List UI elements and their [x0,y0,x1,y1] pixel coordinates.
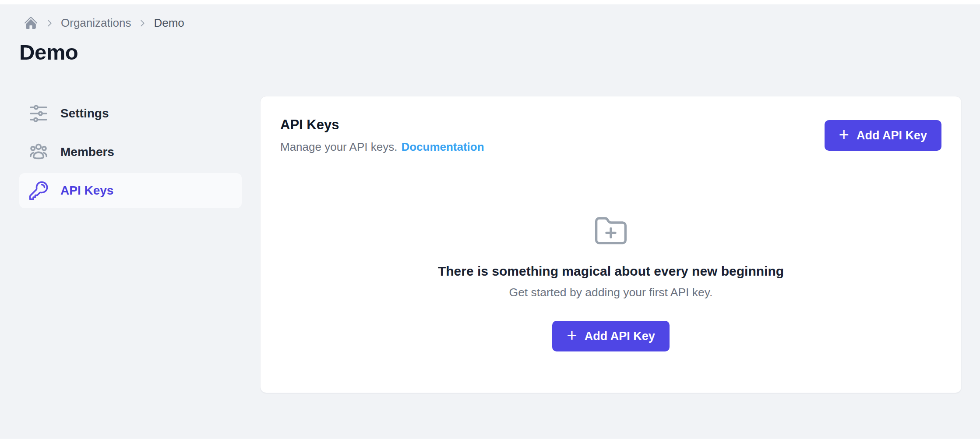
breadcrumb-item-organizations[interactable]: Organizations [61,16,131,30]
page-title: Demo [19,40,980,64]
breadcrumb: Organizations Demo [0,0,980,30]
plus-icon: + [839,126,849,143]
content-area: Settings Members API Keys [19,96,962,393]
add-api-key-button-label: Add API Key [585,330,655,343]
add-api-key-button[interactable]: + Add API Key [825,120,941,151]
api-keys-panel: API Keys Manage your API keys.Documentat… [260,96,962,393]
documentation-link[interactable]: Documentation [401,140,484,153]
home-icon[interactable] [24,16,38,30]
panel-subtitle: Manage your API keys.Documentation [280,139,484,154]
add-api-key-button-label: Add API Key [857,129,927,142]
panel-header-text: API Keys Manage your API keys.Documentat… [280,117,484,154]
sliders-icon [28,103,49,124]
folder-plus-icon [590,214,631,249]
users-icon [28,142,49,163]
top-white-strip [0,0,980,4]
plus-icon: + [567,326,577,344]
sidebar-item-label: Members [60,145,114,159]
add-api-key-button-empty-state[interactable]: + Add API Key [552,321,669,351]
panel-subtitle-text: Manage your API keys. [280,140,397,153]
key-icon [28,180,49,201]
chevron-right-icon [137,18,147,28]
sidebar-item-label: API Keys [60,184,113,198]
empty-state-title: There is something magical about every n… [438,263,784,280]
empty-state: There is something magical about every n… [280,214,941,351]
panel-header: API Keys Manage your API keys.Documentat… [280,117,941,154]
sidebar-item-settings[interactable]: Settings [19,96,242,131]
sidebar-item-label: Settings [60,106,109,121]
sidebar: Settings Members API Keys [19,96,242,208]
panel-title: API Keys [280,117,484,133]
breadcrumb-item-demo: Demo [154,16,184,30]
sidebar-item-members[interactable]: Members [19,135,242,170]
chevron-right-icon [45,18,54,28]
empty-state-subtitle: Get started by adding your first API key… [509,285,713,300]
sidebar-item-api-keys[interactable]: API Keys [19,173,242,208]
